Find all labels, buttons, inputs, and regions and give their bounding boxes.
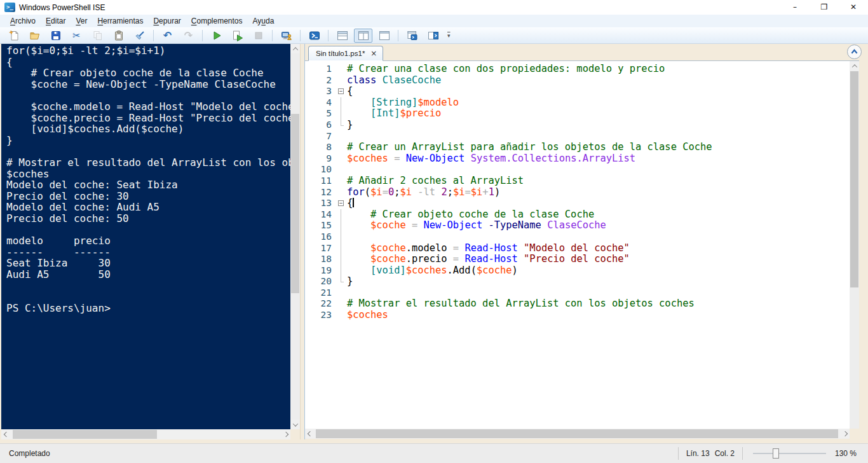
new-script-button[interactable] <box>4 29 23 43</box>
cut-button[interactable]: ✂ <box>67 29 86 43</box>
console-output[interactable]: for($i=0;$i -lt 2;$i=$i+1) { # Crear obj… <box>1 44 290 429</box>
menu-item-depurar[interactable]: Depurar <box>148 15 186 27</box>
scroll-left-icon[interactable] <box>1 429 11 439</box>
code-text: [Int]$precio <box>347 108 850 120</box>
paste-button[interactable] <box>109 29 128 43</box>
run-selection-button[interactable] <box>228 29 247 43</box>
code-text: { <box>347 86 850 97</box>
editor-line-3: 3−{ <box>305 86 850 97</box>
code-text: { <box>347 198 850 209</box>
run-script-icon <box>211 30 222 41</box>
scrollbar-thumb[interactable] <box>291 114 299 293</box>
console-horizontal-scrollbar[interactable] <box>1 429 290 439</box>
scroll-left-icon[interactable] <box>305 429 315 438</box>
menu-item-herramientas[interactable]: Herramientas <box>92 15 148 27</box>
zoom-slider[interactable] <box>753 453 826 454</box>
line-number: 1 <box>305 64 337 75</box>
line-number: 14 <box>305 209 337 221</box>
show-script-pane-maximized-button[interactable] <box>375 29 393 43</box>
code-text: } <box>347 276 850 287</box>
editor-line-6: 6} <box>305 120 850 131</box>
code-text: $coche.precio = Read-Host "Precio del co… <box>347 254 850 265</box>
line-number: 4 <box>305 97 337 109</box>
tab-strip: Sin título1.ps1* × <box>305 44 859 61</box>
script-editor[interactable]: 1# Crear una clase con dos propiedades: … <box>305 61 850 429</box>
scrollbar-thumb[interactable] <box>316 429 838 438</box>
scroll-up-icon[interactable] <box>850 61 859 71</box>
menu-item-archivo[interactable]: Archivo <box>5 15 41 27</box>
code-text: # Crear un ArrayList para añadir los obj… <box>347 142 850 153</box>
line-number: 23 <box>305 310 337 321</box>
scroll-right-icon[interactable] <box>840 429 850 438</box>
show-script-pane-icon <box>428 30 439 41</box>
undo-icon: ↶ <box>163 29 172 41</box>
open-script-button[interactable] <box>25 29 44 43</box>
stop-operation-button[interactable] <box>249 29 268 43</box>
minimize-button[interactable]: – <box>780 0 810 15</box>
save-script-icon <box>50 30 62 41</box>
tab-close-icon[interactable]: × <box>370 50 377 57</box>
fold-gutter <box>337 64 347 75</box>
zoom-slider-thumb[interactable] <box>773 448 779 459</box>
code-text: class ClaseCoche <box>347 75 850 86</box>
new-powershell-tab-button[interactable] <box>403 29 421 43</box>
fold-gutter <box>337 232 347 243</box>
copy-button[interactable] <box>88 29 107 43</box>
editor-line-11: 11# Añadir 2 coches al ArrayList <box>305 176 850 187</box>
code-text: # Crear objeto coche de la clase Coche <box>347 209 850 221</box>
pane-splitter[interactable] <box>300 44 305 439</box>
menu-item-ayuda[interactable]: Ayuda <box>248 15 280 27</box>
fold-collapse-icon[interactable]: − <box>337 198 347 209</box>
undo-button[interactable]: ↶ <box>158 29 177 43</box>
fold-gutter <box>337 276 347 287</box>
stop-operation-icon <box>253 30 264 41</box>
line-number: 13 <box>305 198 337 209</box>
start-powershell-exe-icon <box>309 30 320 41</box>
status-right-group: Lín. 13 Col. 2 130 % <box>670 447 868 460</box>
script-tab[interactable]: Sin título1.ps1* × <box>308 46 383 61</box>
status-bar: Completado Lín. 13 Col. 2 130 % <box>0 443 868 463</box>
editor-line-8: 8# Crear un ArrayList para añadir los ob… <box>305 142 850 153</box>
scrollbar-thumb[interactable] <box>13 430 157 439</box>
code-text: } <box>347 120 850 131</box>
console-vertical-scrollbar[interactable] <box>290 44 300 429</box>
fold-gutter <box>337 243 347 254</box>
menu-item-editar[interactable]: Editar <box>41 15 71 27</box>
show-script-pane-right-button[interactable] <box>354 29 372 43</box>
show-script-pane-top-button[interactable] <box>333 29 351 43</box>
toolbar-overflow-icon[interactable]: ▾ <box>447 32 451 39</box>
collapse-script-pane-button[interactable] <box>847 45 862 59</box>
copy-icon <box>92 30 104 41</box>
menu-item-complementos[interactable]: Complementos <box>186 15 248 27</box>
line-number: 2 <box>305 75 337 86</box>
code-text: [String]$modelo <box>347 97 850 109</box>
line-number: 19 <box>305 265 337 277</box>
editor-vertical-scrollbar[interactable] <box>850 61 859 429</box>
toolbar-separator <box>202 30 203 41</box>
menu-item-ver[interactable]: Ver <box>71 15 92 27</box>
editor-line-5: 5 [Int]$precio <box>305 108 850 120</box>
scroll-up-icon[interactable] <box>290 44 300 53</box>
save-script-button[interactable] <box>46 29 65 43</box>
scrollbar-thumb[interactable] <box>850 71 858 287</box>
new-remote-powershell-tab-button[interactable] <box>277 29 295 43</box>
fold-gutter <box>337 220 347 232</box>
show-script-pane-top-icon <box>337 30 348 41</box>
redo-button[interactable]: ↷ <box>179 29 198 43</box>
scroll-right-icon[interactable] <box>281 429 290 439</box>
clear-console-pane-button[interactable] <box>130 29 149 43</box>
fold-gutter <box>337 108 347 120</box>
show-script-pane-button[interactable] <box>424 29 442 43</box>
line-number: 15 <box>305 220 337 232</box>
fold-collapse-icon[interactable]: − <box>337 86 347 97</box>
code-text: $coche = New-Object -TypeName ClaseCoche <box>347 220 850 232</box>
editor-horizontal-scrollbar[interactable] <box>305 429 850 439</box>
toolbar-separator <box>398 30 398 41</box>
editor-line-10: 10 <box>305 164 850 176</box>
start-powershell-exe-button[interactable] <box>305 29 323 43</box>
text-caret <box>353 198 354 207</box>
close-button[interactable]: ✕ <box>839 0 868 15</box>
restore-button[interactable]: ❐ <box>810 0 839 15</box>
run-script-button[interactable] <box>207 29 226 43</box>
scroll-down-icon[interactable] <box>290 420 300 429</box>
